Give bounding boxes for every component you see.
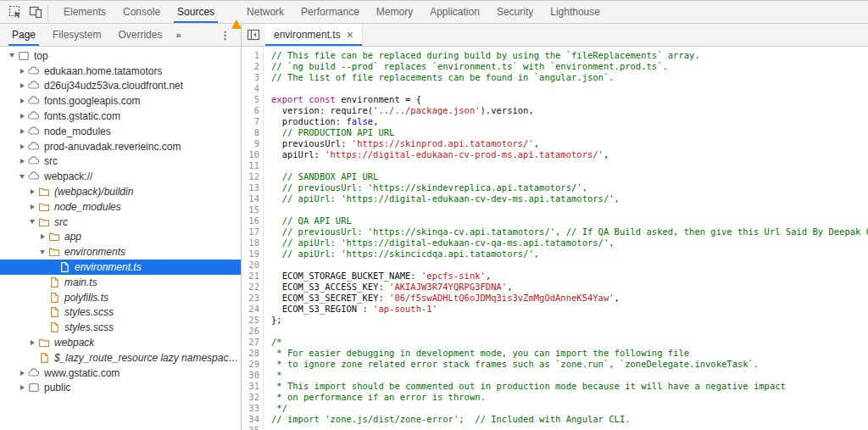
tree-item-d26uj34udz53va.cloudfront.net[interactable]: d26uj34udz53va.cloudfront.net [0,79,241,94]
line-number[interactable]: 33 [242,403,259,414]
line-number[interactable]: 14 [242,193,259,204]
toggle-device-toolbar-icon[interactable] [25,3,46,21]
tree-item-polyfills.ts[interactable]: polyfills.ts [0,290,241,305]
chevron-collapsed-icon[interactable] [17,69,27,74]
tree-item-prod-anuvadak.reverieinc.com[interactable]: prod-anuvadak.reverieinc.com [0,139,241,154]
chevron-collapsed-icon[interactable] [17,114,27,119]
chevron-collapsed-icon[interactable] [17,144,27,149]
tree-item-environment.ts[interactable]: environment.ts [0,260,241,275]
line-number[interactable]: 29 [242,359,259,370]
line-number[interactable]: 6 [242,105,259,116]
line-number[interactable]: 15 [242,204,259,215]
chevron-collapsed-icon[interactable] [17,98,27,103]
line-number[interactable]: 30 [242,370,259,381]
tab-label: Sources [177,6,214,18]
line-number[interactable]: 25 [242,315,259,326]
tree-item--webpack-buildin[interactable]: (webpack)/buildin [0,184,241,199]
line-number[interactable]: 22 [242,282,259,293]
tree-item-environments[interactable]: environments [0,244,241,260]
tab-elements[interactable]: Elements [55,1,114,23]
tab-sources[interactable]: Sources [169,1,223,23]
navigator-tab-overrides[interactable]: Overrides [109,24,170,46]
line-number[interactable]: 5 [242,94,259,105]
chevron-collapsed-icon[interactable] [27,204,37,209]
inspect-icon[interactable] [5,3,25,21]
line-number[interactable]: 9 [242,138,259,149]
file-tab-environment-ts[interactable]: environment.ts × [265,24,363,46]
tree-item-styles.scss[interactable]: styles.scss [0,305,241,321]
tree-item-main.ts[interactable]: main.ts [0,275,241,290]
tree-item-node-modules[interactable]: node_modules [0,199,241,215]
line-number[interactable]: 18 [242,237,259,249]
chevron-expanded-icon[interactable] [17,175,27,179]
chevron-collapsed-icon[interactable] [17,129,27,134]
tab-security[interactable]: Security [488,1,542,23]
tree-item-label: environments [64,246,125,258]
tab-console[interactable]: Console [114,1,169,23]
chevron-collapsed-icon[interactable] [37,234,47,239]
tree-item-src[interactable]: src [0,154,241,170]
chevron-expanded-icon[interactable] [37,250,47,254]
line-number[interactable]: 20 [242,260,259,271]
line-number[interactable]: 1 [242,50,259,61]
chevron-collapsed-icon[interactable] [17,159,27,164]
navigator-tab-page[interactable]: Page [3,24,44,46]
tree-item-node-modules[interactable]: node_modules [0,124,241,139]
tree-item-fonts.gstatic.com[interactable]: fonts.gstatic.com [0,109,241,124]
line-number[interactable]: 28 [242,348,259,359]
hide-navigator-icon[interactable] [242,24,265,46]
tab-memory[interactable]: Memory [368,1,421,23]
line-number[interactable]: 31 [242,381,259,392]
chevron-collapsed-icon[interactable] [27,340,37,345]
line-number[interactable]: 32 [242,392,259,403]
more-tabs-icon[interactable]: » [170,24,185,46]
chevron-collapsed-icon[interactable] [27,189,37,194]
tab-performance[interactable]: Performance [292,1,368,23]
line-number[interactable]: 3 [242,72,259,83]
tree-item-webpack-[interactable]: webpack:// [0,169,241,184]
line-number[interactable]: 7 [242,116,259,127]
line-number[interactable]: 10 [242,149,259,160]
line-number[interactable]: 11 [242,160,259,171]
chevron-collapsed-icon[interactable] [17,371,27,376]
line-number[interactable]: 19 [242,249,259,260]
chevron-expanded-icon[interactable] [27,220,37,224]
tree-item-top[interactable]: top [0,48,241,64]
tree-item-src[interactable]: src [0,215,241,230]
code-editor[interactable]: 1234567891011121314151617181920212223242… [242,47,868,430]
line-number[interactable]: 8 [242,127,259,138]
code-lines[interactable]: // This file can be replaced during buil… [264,47,868,430]
tree-item-fonts.googleapis.com[interactable]: fonts.googleapis.com [0,93,241,109]
tree-item-label: webpack:// [44,170,92,182]
line-number[interactable]: 35 [242,425,259,430]
line-number[interactable]: 4 [242,83,259,94]
line-number[interactable]: 12 [242,171,259,182]
close-icon[interactable]: × [347,29,353,41]
line-number[interactable]: 2 [242,61,259,72]
navigator-tab-filesystem[interactable]: Filesystem [44,24,109,46]
chevron-collapsed-icon[interactable] [17,83,27,88]
tab-network[interactable]: !Network [223,1,292,23]
tab-application[interactable]: Application [421,1,488,23]
line-number[interactable]: 24 [242,304,259,315]
tree-item-webpack[interactable]: webpack [0,335,241,350]
tab-lighthouse[interactable]: Lighthouse [542,1,609,23]
line-number[interactable]: 21 [242,271,259,282]
chevron-expanded-icon[interactable] [7,53,17,58]
tree-item--lazy-route-resource-lazy-namespace-object[interactable]: $_lazy_route_resource lazy namespace obj… [0,350,241,366]
tree-item-public[interactable]: public [0,381,241,396]
line-number[interactable]: 23 [242,293,259,304]
line-number[interactable]: 27 [242,337,259,348]
tree-item-www.gstatic.com[interactable]: www.gstatic.com [0,366,241,381]
tree-item-label: node_modules [44,126,111,137]
line-number[interactable]: 17 [242,226,259,237]
tree-item-styles.scss[interactable]: styles.scss [0,320,241,335]
chevron-collapsed-icon[interactable] [17,385,27,390]
line-number-gutter[interactable]: 1234567891011121314151617181920212223242… [242,47,264,430]
line-number[interactable]: 13 [242,182,259,193]
tree-item-app[interactable]: app [0,230,241,245]
line-number[interactable]: 26 [242,326,259,337]
tree-item-edukaan.home.tatamotors[interactable]: edukaan.home.tatamotors [0,64,241,79]
line-number[interactable]: 34 [242,414,259,425]
line-number[interactable]: 16 [242,215,259,226]
